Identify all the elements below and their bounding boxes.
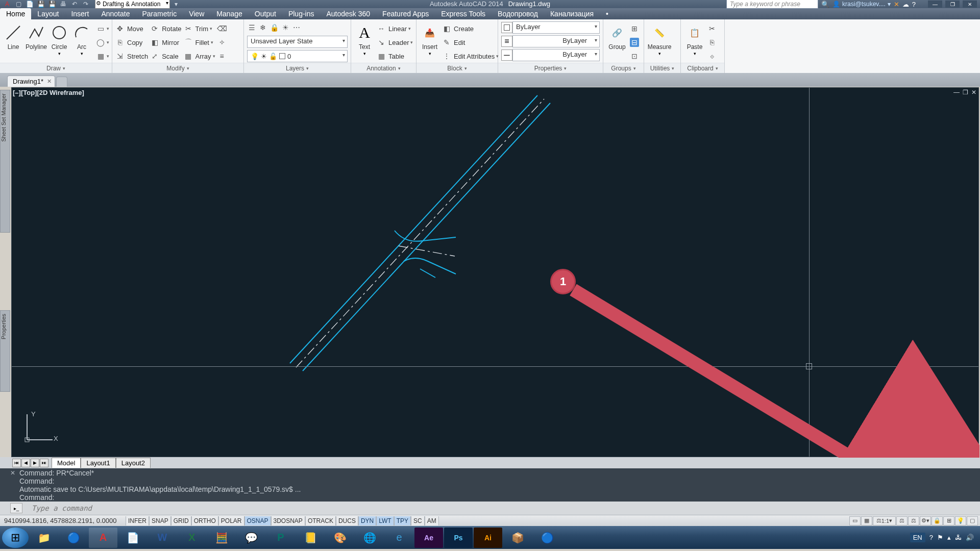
toggle-otrack[interactable]: OTRACK (305, 516, 336, 525)
group-ic3[interactable]: ⊡ (630, 50, 639, 62)
line-button[interactable]: Line (3, 21, 23, 50)
color-swatch[interactable] (501, 22, 512, 33)
offset-icon[interactable]: ≡ (217, 50, 227, 62)
toggle-3dosnap[interactable]: 3DOSNAP (271, 516, 305, 525)
layout-prev-icon[interactable]: ◀ (21, 459, 30, 467)
excel-icon[interactable]: X (178, 528, 206, 548)
close-button[interactable]: ✕ (963, 1, 977, 8)
toggle-dyn[interactable]: DYN (358, 516, 376, 525)
layer-ic1[interactable]: ❄ (258, 21, 267, 34)
copy-button[interactable]: ⎘Copy (115, 36, 148, 48)
array-button[interactable]: ▦Array▾ (184, 50, 215, 62)
menu-overflow-icon[interactable]: • (600, 8, 615, 19)
menu-tab-autodesk 360[interactable]: Autodesk 360 (320, 8, 376, 19)
model-space-button[interactable]: ▭ (849, 516, 861, 525)
grid-display-button[interactable]: ▦ (861, 516, 872, 525)
menu-tab-plug-ins[interactable]: Plug-ins (282, 8, 321, 19)
doc-tab-drawing1[interactable]: Drawing1*✕ (7, 76, 55, 87)
ai-icon[interactable]: Ai (474, 528, 502, 548)
mirror-button[interactable]: ◧Mirror (150, 36, 181, 48)
open-icon[interactable]: 📄 (24, 1, 35, 8)
app-icon-2[interactable]: 🔵 (533, 528, 561, 548)
coordinates-readout[interactable]: 9410994.1816, 4578828.2191, 0.0000 (0, 517, 126, 524)
menu-tab-view[interactable]: View (183, 8, 210, 19)
layer-ic2[interactable]: 🔒 (270, 21, 279, 34)
redo-icon[interactable]: ↷ (81, 1, 91, 8)
leader-button[interactable]: ↘Leader▾ (377, 36, 413, 48)
panel-title-groups[interactable]: Groups (603, 63, 644, 73)
cmd-prompt-icon[interactable]: ▸_ (10, 503, 22, 513)
tab-model[interactable]: Model (52, 458, 81, 468)
cmd-close-icon[interactable]: ✕ (10, 469, 15, 477)
toggle-infer[interactable]: INFER (126, 516, 149, 525)
undo-icon[interactable]: ↶ (69, 1, 80, 8)
anno-vis-button[interactable]: ⚖ (896, 516, 908, 525)
tray-help-icon[interactable]: ? (929, 534, 933, 541)
rotate-button[interactable]: ⟳Rotate (150, 22, 181, 35)
layout-next-icon[interactable]: ▶ (31, 459, 39, 467)
minimize-button[interactable]: — (928, 1, 942, 8)
menu-tab-annotate[interactable]: Annotate (95, 8, 136, 19)
saveas-icon[interactable]: 💾 (47, 1, 57, 8)
measure-button[interactable]: 📏Measure▾ (647, 21, 672, 56)
panel-title-draw[interactable]: Draw (0, 63, 112, 73)
search-icon[interactable]: 🔍 (821, 1, 829, 8)
print-icon[interactable]: 🖶 (58, 1, 68, 8)
toggle-lwt[interactable]: LWT (376, 516, 394, 525)
start-button[interactable]: ⊞ (2, 528, 29, 548)
fillet-button[interactable]: ⌒Fillet▾ (184, 36, 215, 48)
group-ic2[interactable]: ⊟ (630, 36, 639, 48)
tab-layout1[interactable]: Layout1 (81, 458, 115, 468)
linetype-dropdown[interactable]: ByLayer (512, 49, 600, 61)
trim-button[interactable]: ✂Trim▾ (184, 22, 215, 35)
layer-ic3[interactable]: ☀ (281, 21, 290, 34)
toggle-am[interactable]: AM (425, 516, 439, 525)
exchange-icon[interactable]: ✕ (894, 1, 899, 8)
menu-tab-parametric[interactable]: Parametric (136, 8, 183, 19)
help-icon[interactable]: ? (912, 1, 916, 8)
isolate-button[interactable]: 💡 (955, 516, 966, 525)
panel-title-layers[interactable]: Layers (244, 63, 351, 73)
linetype-swatch[interactable]: ─ (501, 49, 512, 61)
move-button[interactable]: ✥Move (115, 22, 148, 35)
toggle-tpy[interactable]: TPY (394, 516, 411, 525)
current-layer-dropdown[interactable]: 💡☀🔓 0 (247, 50, 348, 62)
menu-tab-водопровод[interactable]: Водопровод (492, 8, 544, 19)
stretch-button[interactable]: ⇲Stretch (115, 50, 148, 62)
menu-tab-home[interactable]: Home (0, 8, 31, 19)
language-indicator[interactable]: EN (910, 533, 925, 542)
wmp-icon[interactable]: 🔵 (59, 528, 88, 548)
notepad-icon[interactable]: 📄 (118, 528, 147, 548)
notes-icon[interactable]: 📒 (296, 528, 325, 548)
menu-tab-featured apps[interactable]: Featured Apps (376, 8, 435, 19)
menu-tab-layout[interactable]: Layout (31, 8, 65, 19)
tray-volume-icon[interactable]: 🔊 (966, 534, 974, 541)
panel-title-annotation[interactable]: Annotation (351, 63, 416, 73)
ie-icon[interactable]: e (385, 528, 413, 548)
explorer-icon[interactable]: 📁 (30, 528, 58, 548)
command-input[interactable] (18, 504, 980, 512)
edit-attr-button[interactable]: ⋮Edit Attributes▾ (442, 50, 499, 62)
copy-clip-icon[interactable]: ⎘ (707, 36, 717, 48)
cut-icon[interactable]: ✂ (707, 22, 717, 35)
clean-screen-button[interactable]: ▢ (967, 516, 978, 525)
layout-first-icon[interactable]: ⏮ (12, 459, 21, 467)
arc-button[interactable]: Arc▾ (71, 21, 92, 56)
toggle-ortho[interactable]: ORTHO (191, 516, 218, 525)
workspace-dropdown[interactable]: Drafting & Annotation (95, 0, 170, 9)
tab-layout2[interactable]: Layout2 (116, 458, 151, 468)
chrome-icon[interactable]: 🌐 (355, 528, 384, 548)
toggle-polar[interactable]: POLAR (218, 516, 244, 525)
panel-title-modify[interactable]: Modify (112, 63, 243, 73)
command-line[interactable]: ▸_ (0, 502, 980, 515)
circle-button[interactable]: Circle▾ (49, 21, 69, 56)
layer-state-dropdown[interactable]: Unsaved Layer State (247, 36, 348, 48)
signed-in-user[interactable]: 👤 krasi@tsukev.... ▾ (832, 1, 891, 8)
panel-title-utilities[interactable]: Utilities (644, 63, 680, 73)
new-icon[interactable]: ▢ (13, 1, 23, 8)
anno-scale-button[interactable]: ⚖ 1:1▾ (873, 516, 896, 525)
group-button[interactable]: 🔗Group (606, 21, 628, 50)
close-tab-icon[interactable]: ✕ (47, 78, 52, 85)
autocad-task-icon[interactable]: A (89, 528, 117, 548)
tray-network-icon[interactable]: 🖧 (955, 534, 962, 541)
